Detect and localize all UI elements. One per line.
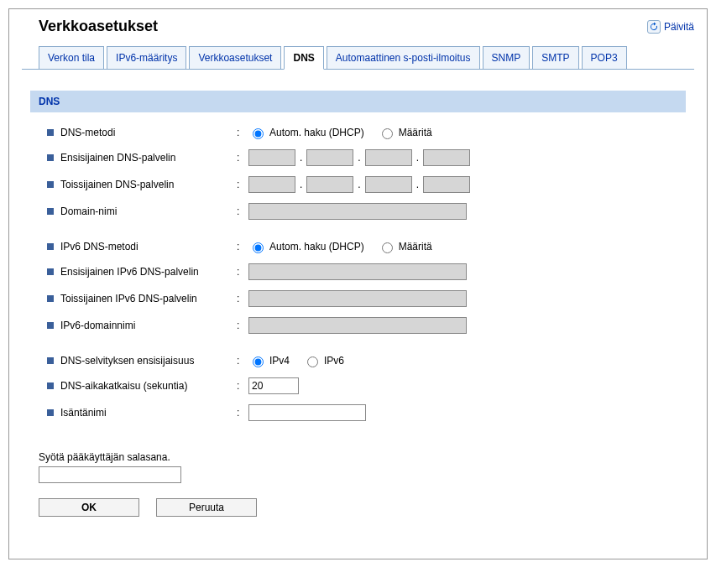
row-secondary-dns: Toissijainen DNS-palvelin : . . . [30,171,686,198]
bullet-icon [47,322,54,329]
tab-verkon-tila[interactable]: Verkon tila [39,46,104,70]
label-ipv6-dns-method: IPv6 DNS-metodi [60,241,237,252]
secondary-ipv6-dns-input[interactable] [248,290,467,307]
radio-dns-auto-input[interactable] [253,128,264,139]
password-prompt: Syötä pääkäyttäjän salasana. [39,451,677,463]
label-dns-priority: DNS-selvityksen ensisijaisuus [60,355,237,367]
label-hostname: Isäntänimi [60,407,237,419]
hostname-input[interactable] [248,404,366,421]
tab-dns[interactable]: DNS [284,46,323,70]
primary-dns-4[interactable] [423,149,470,166]
label-dns-method: DNS-metodi [60,127,237,138]
radio-priority-ipv4-input[interactable] [253,356,264,367]
ipv6-domain-name-input[interactable] [248,317,467,334]
primary-dns-3[interactable] [365,149,412,166]
bullet-icon [47,357,54,364]
refresh-button[interactable]: Päivitä [647,20,694,34]
primary-dns-2[interactable] [306,149,353,166]
radio-ipv6-dns-manual[interactable]: Määritä [378,240,432,253]
secondary-dns-4[interactable] [423,176,470,193]
row-dns-timeout: DNS-aikakatkaisu (sekuntia) : [30,372,686,399]
row-dns-method: DNS-metodi : Autom. haku (DHCP) Määritä [30,121,686,144]
row-hostname: Isäntänimi : [30,399,686,426]
label-ipv6-domain-name: IPv6-domainnimi [60,320,237,331]
bullet-icon [47,409,54,416]
bullet-icon [47,154,54,161]
label-primary-dns: Ensisijainen DNS-palvelin [60,152,237,164]
row-primary-dns: Ensisijainen DNS-palvelin : . . . [30,144,686,171]
radio-ipv6-dns-auto-input[interactable] [253,242,264,253]
refresh-icon [647,20,661,34]
secondary-dns-2[interactable] [306,176,353,193]
row-domain-name: Domain-nimi : [30,198,686,225]
radio-priority-ipv6[interactable]: IPv6 [303,354,344,367]
radio-dns-manual-input[interactable] [382,128,393,139]
bullet-icon [47,129,54,136]
tab-smtp[interactable]: SMTP [532,46,578,70]
tab-verkkoasetukset[interactable]: Verkkoasetukset [189,46,281,70]
secondary-dns-1[interactable] [248,176,295,193]
secondary-dns-3[interactable] [365,176,412,193]
label-domain-name: Domain-nimi [60,206,237,217]
tab-pop3[interactable]: POP3 [582,46,627,70]
bullet-icon [47,181,54,188]
radio-ipv6-dns-manual-input[interactable] [382,242,393,253]
row-dns-priority: DNS-selvityksen ensisijaisuus : IPv4 IPv… [30,349,686,372]
network-settings-panel: Verkkoasetukset Päivitä Verkon tila IPv6… [8,8,708,559]
section-title: DNS [30,91,686,112]
domain-name-input[interactable] [248,203,467,220]
bullet-icon [47,268,54,275]
bullet-icon [47,208,54,215]
radio-priority-ipv4[interactable]: IPv4 [248,354,290,367]
bullet-icon [47,243,54,250]
ok-button[interactable]: OK [39,498,139,517]
tabs: Verkon tila IPv6-määritys Verkkoasetukse… [22,45,694,69]
row-ipv6-domain-name: IPv6-domainnimi : [30,312,686,339]
tab-auto-email[interactable]: Automaattinen s-posti-ilmoitus [327,46,480,70]
header: Verkkoasetukset Päivitä [22,18,694,35]
dns-timeout-input[interactable] [248,377,299,394]
admin-password-input[interactable] [39,466,181,483]
tab-snmp[interactable]: SNMP [483,46,530,70]
label-primary-ipv6-dns: Ensisijainen IPv6 DNS-palvelin [60,266,237,278]
radio-ipv6-dns-auto[interactable]: Autom. haku (DHCP) [248,240,364,253]
bullet-icon [47,382,54,389]
radio-dns-manual[interactable]: Määritä [378,126,432,139]
footer: Syötä pääkäyttäjän salasana. OK Peruuta [30,451,686,517]
primary-ipv6-dns-input[interactable] [248,263,467,280]
content: DNS DNS-metodi : Autom. haku (DHCP) Määr… [22,69,694,525]
row-secondary-ipv6-dns: Toissijainen IPv6 DNS-palvelin : [30,285,686,312]
radio-dns-auto[interactable]: Autom. haku (DHCP) [248,126,364,139]
tab-ipv6-maaritys[interactable]: IPv6-määritys [107,46,186,70]
page-title: Verkkoasetukset [39,18,158,35]
refresh-label: Päivitä [664,21,694,33]
row-primary-ipv6-dns: Ensisijainen IPv6 DNS-palvelin : [30,258,686,285]
primary-dns-1[interactable] [248,149,295,166]
label-secondary-dns: Toissijainen DNS-palvelin [60,179,237,190]
bullet-icon [47,295,54,302]
radio-priority-ipv6-input[interactable] [307,356,318,367]
cancel-button[interactable]: Peruuta [156,498,257,517]
label-dns-timeout: DNS-aikakatkaisu (sekuntia) [60,380,237,392]
label-secondary-ipv6-dns: Toissijainen IPv6 DNS-palvelin [60,293,237,304]
row-ipv6-dns-method: IPv6 DNS-metodi : Autom. haku (DHCP) Mää… [30,235,686,258]
